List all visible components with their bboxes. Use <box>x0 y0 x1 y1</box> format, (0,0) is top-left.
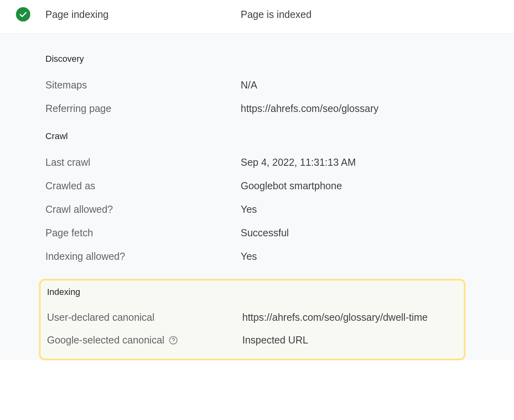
header-label: Page indexing <box>45 9 241 20</box>
status-success-icon <box>16 7 30 22</box>
last-crawl-label: Last crawl <box>45 157 241 168</box>
referring-page-label: Referring page <box>45 103 241 114</box>
sitemaps-label: Sitemaps <box>45 79 241 91</box>
user-canonical-label: User-declared canonical <box>47 312 242 323</box>
crawled-as-value: Googlebot smartphone <box>241 180 342 192</box>
last-crawl-row: Last crawl Sep 4, 2022, 11:31:13 AM <box>45 157 514 168</box>
crawl-section: Crawl Last crawl Sep 4, 2022, 11:31:13 A… <box>45 131 514 262</box>
referring-page-value: https://ahrefs.com/seo/glossary <box>241 103 379 114</box>
indexing-allowed-label: Indexing allowed? <box>45 251 241 262</box>
sitemaps-row: Sitemaps N/A <box>45 79 514 91</box>
help-icon[interactable] <box>169 336 178 345</box>
page-fetch-label: Page fetch <box>45 227 241 239</box>
crawl-allowed-row: Crawl allowed? Yes <box>45 204 514 215</box>
page-fetch-row: Page fetch Successful <box>45 227 514 239</box>
user-canonical-value: https://ahrefs.com/seo/glossary/dwell-ti… <box>242 312 428 323</box>
svg-point-1 <box>173 342 173 342</box>
google-canonical-label-text: Google-selected canonical <box>47 334 165 346</box>
referring-page-row: Referring page https://ahrefs.com/seo/gl… <box>45 103 514 114</box>
last-crawl-value: Sep 4, 2022, 11:31:13 AM <box>241 157 356 168</box>
detail-body: Discovery Sitemaps N/A Referring page ht… <box>0 34 514 360</box>
indexing-allowed-row: Indexing allowed? Yes <box>45 251 514 262</box>
google-canonical-value: Inspected URL <box>242 334 308 346</box>
google-canonical-label: Google-selected canonical <box>47 334 242 346</box>
user-canonical-row: User-declared canonical https://ahrefs.c… <box>47 312 457 323</box>
sitemaps-value: N/A <box>241 79 257 91</box>
discovery-section: Discovery Sitemaps N/A Referring page ht… <box>45 54 514 114</box>
header-status-value: Page is indexed <box>241 9 312 20</box>
discovery-title: Discovery <box>45 54 514 64</box>
crawl-allowed-value: Yes <box>241 204 257 215</box>
page-fetch-value: Successful <box>241 227 289 239</box>
crawl-allowed-label: Crawl allowed? <box>45 204 241 215</box>
crawl-title: Crawl <box>45 131 514 141</box>
svg-point-0 <box>169 336 177 344</box>
indexing-title: Indexing <box>47 287 457 297</box>
crawled-as-row: Crawled as Googlebot smartphone <box>45 180 514 192</box>
indexing-allowed-value: Yes <box>241 251 257 262</box>
indexing-highlight-box: Indexing User-declared canonical https:/… <box>39 279 465 360</box>
header-row: Page indexing Page is indexed <box>0 0 514 34</box>
crawled-as-label: Crawled as <box>45 180 241 192</box>
google-canonical-row: Google-selected canonical Inspected URL <box>47 334 457 346</box>
